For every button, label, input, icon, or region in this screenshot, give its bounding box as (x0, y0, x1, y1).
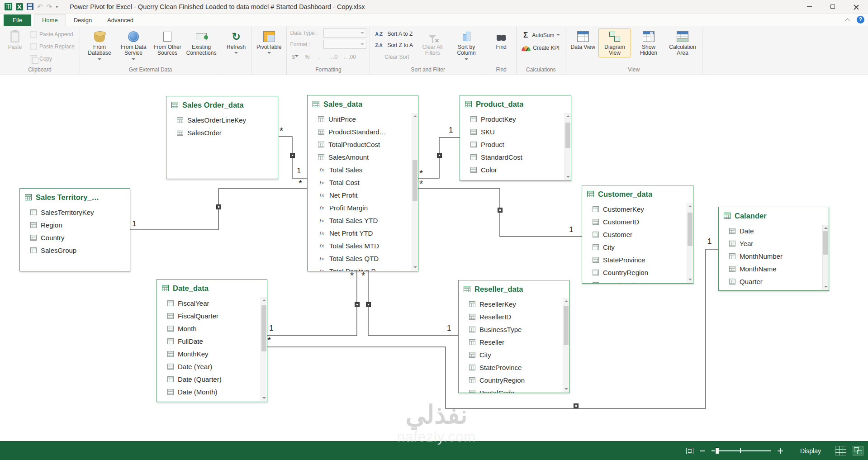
relationship-handle[interactable] (366, 302, 371, 307)
field-date-quarter-[interactable]: Date (Quarter) (157, 373, 267, 385)
qat-dropdown-icon[interactable]: ▾ (56, 4, 58, 9)
clear-all-filters-button[interactable]: Clear All Filters (416, 28, 449, 57)
diagram-table-customer-data[interactable]: Customer_data CustomerKeyCustomerIDCusto… (582, 185, 693, 284)
table-header[interactable]: Sales_data (308, 95, 418, 113)
show-hidden-button[interactable]: Show Hidden (632, 28, 665, 57)
field-productstandard-[interactable]: ProductStandard… (308, 125, 418, 138)
table-header[interactable]: Sales Order_data (166, 96, 278, 114)
refresh-button[interactable]: ↻ Refresh (224, 28, 248, 57)
field-unitprice[interactable]: UnitPrice (308, 113, 418, 125)
table-scrollbar[interactable] (822, 225, 828, 290)
close-button[interactable] (844, 0, 868, 13)
relationship-line-sales-customer[interactable] (418, 189, 582, 237)
field-city[interactable]: City (459, 348, 569, 361)
field-countryregion[interactable]: CountryRegion (582, 266, 693, 279)
diagram-table-calander[interactable]: Calander DateYearMonthNumberMonthNameQua… (718, 207, 829, 291)
diagram-canvas[interactable]: * 1 1 * * 1 * 1 1 * 1 * * 1 Sales Order_… (0, 75, 868, 441)
field-total-cost[interactable]: ƒxTotal Cost (308, 176, 418, 189)
scroll-thumb[interactable] (823, 231, 828, 255)
diagram-table-sales-territory[interactable]: Sales Territory_… SalesTerritoryKeyRegio… (19, 188, 130, 271)
table-scrollbar[interactable] (261, 297, 266, 401)
scroll-down-icon[interactable] (823, 284, 829, 290)
diagram-view-toggle-icon[interactable] (853, 446, 863, 455)
field-countryregion[interactable]: CountryRegion (459, 374, 569, 386)
copy-button[interactable]: Copy (28, 54, 76, 63)
scroll-thumb[interactable] (688, 213, 693, 246)
field-fiscalquarter[interactable]: FiscalQuarter (157, 309, 267, 322)
field-salesorder[interactable]: SalesOrder (166, 126, 278, 139)
field-resellerkey[interactable]: ResellerKey (459, 298, 569, 310)
field-net-profit[interactable]: ƒxNet Profit (308, 189, 418, 201)
field-stateprovince[interactable]: StateProvince (582, 253, 693, 266)
find-button[interactable]: Find (489, 28, 513, 51)
field-country[interactable]: Country (20, 231, 130, 244)
excel-icon[interactable] (16, 3, 23, 10)
scroll-down-icon[interactable] (687, 277, 693, 283)
scroll-thumb[interactable] (261, 305, 266, 351)
tab-home[interactable]: Home (34, 14, 66, 26)
field-salesterritorykey[interactable]: SalesTerritoryKey (20, 206, 130, 218)
field-region[interactable]: Region (20, 218, 130, 231)
field-total-sales[interactable]: ƒxTotal Sales (308, 163, 418, 176)
field-monthnumber[interactable]: MonthNumber (719, 250, 829, 262)
scroll-down-icon[interactable] (412, 265, 418, 270)
field-net-profit-ytd[interactable]: ƒxNet Profit YTD (308, 227, 418, 239)
field-monthkey[interactable]: MonthKey (157, 347, 267, 360)
from-other-sources-button[interactable]: From Other Sources (151, 28, 184, 57)
field-date-month-[interactable]: Date (Month) (157, 385, 267, 398)
diagram-table-reseller-data[interactable]: Reseller_data ResellerKeyResellerIDBusin… (458, 280, 569, 393)
percent-button[interactable]: % (302, 52, 312, 62)
table-header[interactable]: Reseller_data (459, 280, 569, 298)
zoom-out-button[interactable] (700, 451, 705, 451)
data-type-dropdown[interactable] (323, 28, 366, 38)
field-salesgroup[interactable]: SalesGroup (20, 244, 130, 256)
redo-icon[interactable]: ↷ (47, 3, 52, 10)
field-stateprovince[interactable]: StateProvince (459, 361, 569, 374)
sort-a-to-z-button[interactable]: A↓ZSort A to Z (373, 30, 415, 38)
fit-to-screen-icon[interactable] (686, 448, 693, 454)
tab-advanced[interactable]: Advanced (100, 15, 141, 26)
field-fulldate[interactable]: FullDate (157, 335, 267, 347)
data-view-toggle-icon[interactable] (835, 446, 846, 455)
field-color[interactable]: Color (460, 163, 571, 176)
field-total-sales-mtd[interactable]: ƒxTotal Sales MTD (308, 239, 418, 252)
field-postalcode[interactable]: PostalCode (582, 279, 693, 284)
field-total-sales-ytd[interactable]: ƒxTotal Sales YTD (308, 214, 418, 227)
field-customer[interactable]: Customer (582, 228, 693, 241)
table-header[interactable]: Customer_data (582, 185, 693, 203)
table-header[interactable]: Calander (719, 207, 829, 224)
field-product[interactable]: Product (460, 138, 571, 151)
calculation-area-button[interactable]: Calculation Area (666, 28, 699, 57)
field-resellerid[interactable]: ResellerID (459, 310, 569, 323)
scroll-up-icon[interactable] (261, 297, 267, 303)
format-dropdown[interactable] (323, 40, 366, 49)
field-postalcode[interactable]: PostalCode (459, 386, 569, 393)
sort-z-to-a-button[interactable]: Z↓ASort Z to A (373, 41, 415, 49)
zoom-slider-thumb[interactable] (715, 447, 719, 454)
create-kpi-button[interactable]: Create KPI (520, 44, 562, 52)
table-scrollbar[interactable] (564, 113, 570, 180)
maximize-button[interactable] (821, 0, 844, 13)
relationship-handle[interactable] (574, 403, 579, 408)
increase-decimal-button[interactable]: →.0 (326, 52, 339, 62)
relationship-handle[interactable] (290, 153, 295, 158)
field-year[interactable]: Year (719, 237, 829, 250)
from-database-button[interactable]: From Database (83, 28, 116, 63)
scroll-down-icon[interactable] (563, 386, 569, 392)
relationship-handle[interactable] (498, 208, 503, 213)
from-data-service-button[interactable]: From Data Service (117, 28, 150, 63)
field-standardcost[interactable]: StandardCost (460, 151, 571, 163)
clear-sort-button[interactable]: Clear Sort (373, 52, 415, 62)
relationship-handle[interactable] (437, 153, 442, 158)
paste-append-button[interactable]: Paste Append (28, 30, 76, 39)
diagram-table-date-data[interactable]: Date_data FiscalYearFiscalQuarterMonthFu… (157, 279, 267, 402)
field-productkey[interactable]: ProductKey (460, 113, 571, 125)
diagram-table-sales-data[interactable]: Sales_data UnitPriceProductStandard…Tota… (307, 95, 418, 271)
scroll-up-icon[interactable] (565, 113, 571, 119)
field-reseller[interactable]: Reseller (459, 336, 569, 348)
table-header[interactable]: Sales Territory_… (20, 189, 130, 206)
sort-by-column-button[interactable]: Sort by Column (450, 28, 483, 63)
field-profit-margin[interactable]: ƒxProfit Margin (308, 201, 418, 214)
scroll-up-icon[interactable] (823, 225, 829, 231)
scroll-thumb[interactable] (565, 123, 570, 148)
